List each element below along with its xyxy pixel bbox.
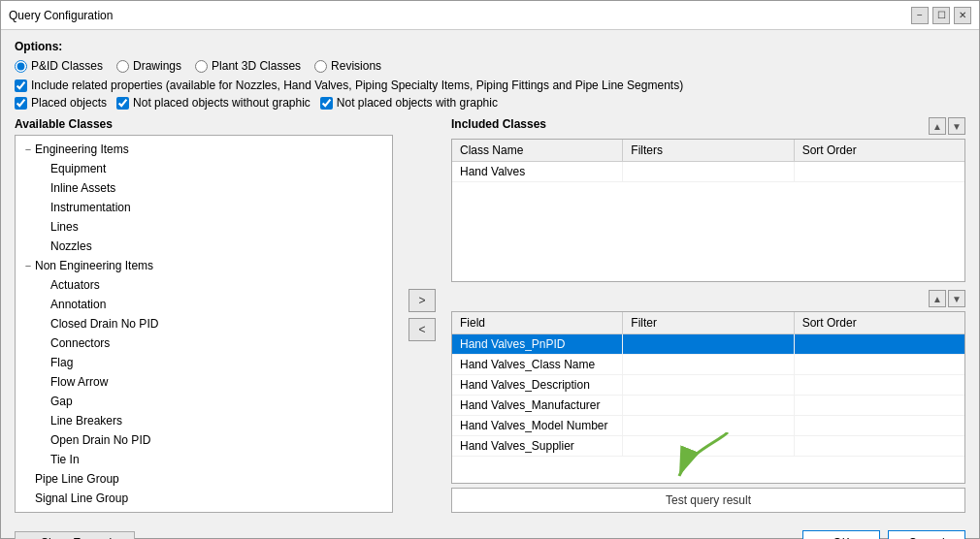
table-row[interactable]: Hand Valves	[452, 162, 964, 182]
filter-cell	[623, 416, 794, 435]
scroll-up-button[interactable]: ▲	[929, 117, 946, 135]
show-examples-button[interactable]: ▼ Show Examples	[15, 531, 135, 539]
tree-item[interactable]: Open Drain No PID	[35, 430, 388, 450]
field-cell: Hand Valves_Manufacturer	[452, 396, 623, 415]
add-class-button[interactable]: >	[408, 289, 436, 312]
fields-scroll-arrows: ▲ ▼	[929, 290, 965, 307]
minimize-button[interactable]: −	[911, 7, 929, 24]
included-classes-panel: Included Classes ▲ ▼ Class Name Filters …	[451, 117, 965, 282]
include-related-checkbox[interactable]	[15, 79, 27, 92]
restore-button[interactable]: ☐	[932, 7, 950, 24]
radio-pid-classes[interactable]: P&ID Classes	[15, 59, 103, 73]
placed-objects-check[interactable]: Placed objects	[15, 96, 107, 110]
right-panel: Included Classes ▲ ▼ Class Name Filters …	[451, 117, 965, 513]
included-classes-title: Included Classes	[451, 117, 546, 131]
field-col-field: Field	[452, 312, 623, 333]
tree-item[interactable]: Connectors	[35, 333, 388, 353]
tree-item[interactable]: −Engineering Items	[19, 140, 388, 159]
col-class-name: Class Name	[452, 140, 623, 161]
include-related-label: Include related properties (available fo…	[31, 79, 683, 92]
tree-item[interactable]: Lines	[35, 217, 388, 237]
remove-class-button[interactable]: <	[408, 318, 436, 341]
filter-cell	[623, 436, 794, 456]
radio-plant3d[interactable]: Plant 3D Classes	[195, 59, 301, 73]
fields-header-row: ▲ ▼	[451, 290, 965, 307]
tree-item[interactable]: Gap	[35, 392, 388, 411]
tree-item[interactable]: Line Breakers	[35, 411, 388, 430]
field-row[interactable]: Hand Valves_Description	[452, 375, 964, 396]
field-col-filter: Filter	[623, 312, 794, 333]
field-col-sort-order: Sort Order	[795, 312, 964, 333]
test-query-label: Test query result	[666, 493, 751, 507]
fields-panel: ▲ ▼ Field Filter Sort Order Hand Valves_…	[451, 290, 965, 513]
tree-item[interactable]: Flag	[35, 353, 388, 372]
filters-cell	[623, 162, 794, 181]
sort-order-cell	[795, 416, 964, 435]
filter-cell	[623, 355, 794, 374]
test-query-bar[interactable]: Test query result	[451, 488, 965, 513]
tree-item[interactable]: Inline Assets	[35, 178, 388, 198]
fields-table-body: Hand Valves_PnPIDHand Valves_Class NameH…	[452, 334, 964, 483]
field-row[interactable]: Hand Valves_PnPID	[452, 334, 964, 355]
not-placed-without-graphic-check[interactable]: Not placed objects without graphic	[116, 96, 310, 110]
col-sort-order: Sort Order	[795, 140, 964, 161]
sort-order-cell	[795, 355, 964, 374]
included-table-header: Class Name Filters Sort Order	[452, 140, 964, 162]
window-title: Query Configuration	[9, 9, 113, 22]
fields-table-header: Field Filter Sort Order	[452, 312, 964, 334]
main-area: Available Classes −Engineering ItemsEqui…	[15, 117, 965, 513]
radio-revisions[interactable]: Revisions	[314, 59, 381, 73]
fields-scroll-up-button[interactable]: ▲	[929, 290, 946, 307]
tree-item[interactable]: Instrumentation	[35, 198, 388, 217]
tree-item[interactable]: Annotation	[35, 295, 388, 314]
field-cell: Hand Valves_Class Name	[452, 355, 623, 374]
placement-checkboxes: Placed objects Not placed objects withou…	[15, 96, 965, 110]
col-filters: Filters	[623, 140, 794, 161]
close-button[interactable]: ✕	[954, 7, 971, 24]
available-classes-title: Available Classes	[15, 117, 393, 131]
tree-item[interactable]: Equipment	[35, 159, 388, 178]
sort-order-cell	[795, 162, 964, 181]
fields-scroll-down-button[interactable]: ▼	[948, 290, 965, 307]
class-name-cell: Hand Valves	[452, 162, 623, 181]
not-placed-with-graphic-check[interactable]: Not placed objects with graphic	[320, 96, 498, 110]
include-related-row: Include related properties (available fo…	[15, 79, 965, 92]
included-table-body: Hand Valves	[452, 162, 964, 281]
sort-order-cell	[795, 375, 964, 395]
field-row[interactable]: Hand Valves_Manufacturer	[452, 396, 964, 416]
tree-item[interactable]: Flow Arrow	[35, 372, 388, 392]
field-cell: Hand Valves_Supplier	[452, 436, 623, 456]
filter-cell	[623, 375, 794, 395]
field-row[interactable]: Hand Valves_Supplier	[452, 436, 964, 457]
available-classes-panel: Available Classes −Engineering ItemsEqui…	[15, 117, 393, 513]
field-row[interactable]: Hand Valves_Class Name	[452, 355, 964, 375]
tree-item[interactable]: Signal Line Group	[19, 489, 388, 508]
radio-group: P&ID Classes Drawings Plant 3D Classes R…	[15, 59, 965, 73]
window-controls: − ☐ ✕	[911, 7, 971, 24]
tree-item[interactable]: Tie In	[35, 450, 388, 469]
filter-cell	[623, 396, 794, 415]
bottom-row: ▼ Show Examples OK Cancel	[1, 523, 979, 539]
available-classes-tree[interactable]: −Engineering ItemsEquipmentInline Assets…	[15, 135, 393, 513]
bottom-buttons: OK Cancel	[802, 530, 965, 539]
field-row[interactable]: Hand Valves_Model Number	[452, 416, 964, 436]
tree-item[interactable]: −Non Engineering Items	[19, 256, 388, 275]
tree-item[interactable]: Closed Drain No PID	[35, 314, 388, 333]
test-query-section: Test query result	[451, 484, 965, 513]
ok-button[interactable]: OK	[802, 530, 880, 539]
middle-buttons: > <	[403, 117, 441, 513]
sort-order-cell	[795, 396, 964, 415]
scroll-arrows-up: ▲ ▼	[929, 117, 965, 135]
field-cell: Hand Valves_Description	[452, 375, 623, 395]
tree-item[interactable]: Pipe Line Group	[19, 469, 388, 489]
scroll-down-button[interactable]: ▼	[948, 117, 965, 135]
included-header-row: Included Classes ▲ ▼	[451, 117, 965, 135]
tree-item[interactable]: Nozzles	[35, 237, 388, 256]
tree-item[interactable]: Actuators	[35, 275, 388, 295]
main-content: Options: P&ID Classes Drawings Plant 3D …	[1, 30, 979, 523]
radio-drawings[interactable]: Drawings	[116, 59, 181, 73]
options-label: Options:	[15, 40, 965, 53]
cancel-button[interactable]: Cancel	[888, 530, 965, 539]
query-configuration-window: Query Configuration − ☐ ✕ Options: P&ID …	[0, 0, 980, 539]
filter-cell	[623, 334, 794, 354]
